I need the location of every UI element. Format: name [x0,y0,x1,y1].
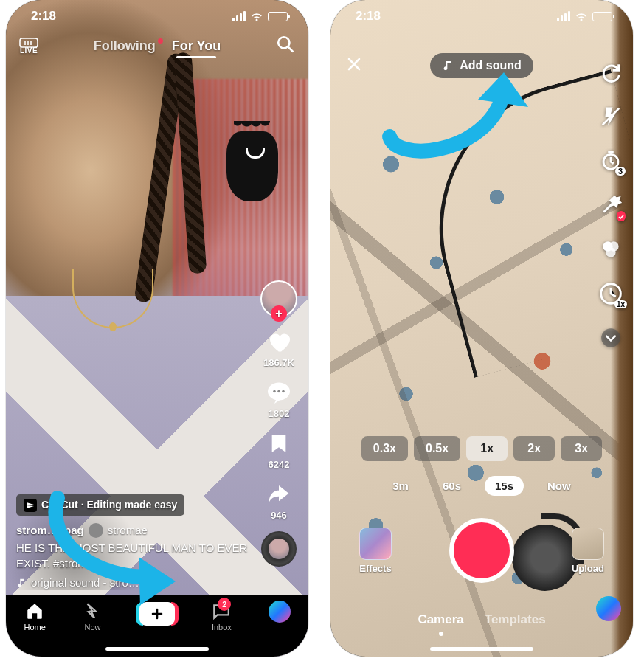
username-row[interactable]: strom…spag stromae [16,523,249,538]
speed-0-3x[interactable]: 0.3x [361,436,408,461]
battery-icon [268,12,288,21]
effects-button[interactable]: Effects [359,528,392,574]
comment-icon [265,378,293,407]
reposter-avatar-icon [89,523,103,538]
caption-text: HE IS THE MOST BEAUTIFUL MAN TO EVER EXI… [16,541,249,571]
mode-camera[interactable]: Camera [418,612,463,627]
video-bg-glove [226,131,278,201]
wifi-icon [575,12,588,21]
tab-for-you[interactable]: For You [172,38,221,54]
nav-create[interactable] [139,601,175,626]
close-button[interactable] [345,55,363,76]
share-button[interactable]: 946 [265,480,293,521]
top-tabs: LIVE Following For You [6,28,308,63]
phone-feed: 2:18 LIVE Following For You + [6,0,308,657]
bookmark-icon [265,429,293,457]
status-bar: 2:18 [330,0,633,32]
camera-tool-rail: 3 1x [598,59,624,351]
cellular-icon [557,11,570,21]
like-button[interactable]: 186.7K [263,328,294,368]
save-button[interactable]: 6242 [265,429,293,470]
nav-inbox[interactable]: 2 Inbox [210,601,232,632]
duration-selector: 3m 60s 15s Now [330,476,633,496]
timer-button[interactable]: 3 [598,148,624,174]
speed-1x[interactable]: 1x [466,436,508,461]
speed-2x[interactable]: 2x [513,436,555,461]
status-bar: 2:18 [6,0,308,32]
home-indicator [105,647,209,651]
author-avatar[interactable]: + [260,280,297,317]
music-note-icon [442,60,454,72]
svg-point-14 [601,328,620,347]
comment-button[interactable]: 1802 [265,378,293,419]
speed-3x[interactable]: 3x [561,436,602,461]
notification-dot-icon [158,38,163,44]
now-icon [82,601,104,621]
mode-templates[interactable]: Templates [485,612,546,627]
live-button[interactable]: LIVE [19,38,38,55]
filters-button[interactable] [598,236,624,263]
action-rail: + 186.7K 1802 6242 946 [257,280,301,567]
svg-point-5 [277,390,280,393]
beautify-button[interactable] [598,192,624,218]
nav-profile[interactable] [269,601,291,623]
music-note-icon [16,578,27,588]
profile-avatar-icon[interactable] [596,596,621,621]
active-dot-icon [617,211,626,220]
duration-15s[interactable]: 15s [485,476,524,496]
share-icon [265,480,293,508]
svg-line-2 [288,46,293,51]
upload-button[interactable]: Upload [572,528,604,574]
caption-area: CapCut · Editing made easy strom…spag st… [16,494,249,590]
svg-point-6 [282,390,285,393]
status-time: 2:18 [31,9,56,24]
duration-3m[interactable]: 3m [382,476,419,496]
battery-icon [592,12,612,21]
home-indicator [430,647,533,651]
phone-camera: 2:18 Add sound 3 [330,0,633,657]
duration-now[interactable]: Now [537,476,581,496]
sound-row[interactable]: original sound - stro… …ge [16,575,249,590]
home-icon [24,601,46,621]
more-tools-button[interactable] [598,325,624,351]
flash-button[interactable] [598,103,624,130]
add-sound-button[interactable]: Add sound [430,53,533,78]
mode-selector: Camera Templates [330,612,633,627]
tab-following[interactable]: Following [94,38,156,54]
cellular-icon [232,11,246,21]
heart-icon [265,328,293,356]
duration-60s[interactable]: 60s [432,476,471,496]
upload-thumb-icon [572,528,604,560]
search-button[interactable] [276,35,295,58]
create-plus-button[interactable] [139,602,175,626]
wifi-icon [250,12,263,21]
profile-avatar-icon [269,601,291,623]
status-time: 2:18 [356,9,381,24]
record-button[interactable] [449,518,514,583]
sound-disc[interactable] [261,531,297,567]
nav-now[interactable]: Now [82,601,104,632]
camera-top-bar: Add sound [330,53,633,78]
nav-home[interactable]: Home [24,601,46,632]
flip-camera-button[interactable] [598,59,624,86]
record-row: Effects Upload [330,518,633,583]
effects-thumb-icon [359,528,392,560]
svg-point-4 [273,390,276,393]
speed-0-5x[interactable]: 0.5x [414,436,460,461]
disc-avatar-icon [269,539,289,559]
capcut-chip[interactable]: CapCut · Editing made easy [16,494,184,516]
follow-plus-icon[interactable]: + [271,305,287,322]
speed-selector: 0.3x 0.5x 1x 2x 3x [330,436,633,461]
speed-button[interactable]: 1x [598,280,624,307]
capcut-icon [24,499,37,512]
svg-point-12 [606,247,615,257]
